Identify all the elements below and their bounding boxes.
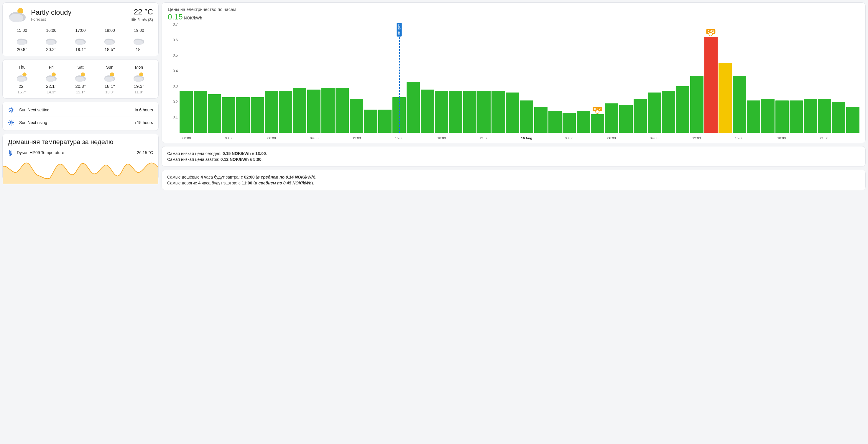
partly-cloudy-icon [8, 7, 27, 23]
sun-card[interactable]: Sun Next setting In 6 hours Sun Next ris… [2, 102, 159, 131]
cloudy-icon [104, 35, 116, 45]
sun-setting-row[interactable]: Sun Next setting In 6 hours [8, 104, 153, 116]
price-bar [520, 100, 533, 133]
current-price-value: 0.15 [168, 12, 183, 22]
day-hi: 18.1° [96, 84, 124, 89]
price-bar [818, 99, 831, 133]
price-bar [747, 100, 760, 133]
daily-forecast-cell[interactable]: Sun 18.1° 13.3° [96, 65, 124, 94]
hourly-forecast-cell[interactable]: 16:00 20.2° [37, 28, 65, 52]
daily-forecast-cell[interactable]: Fri 22.1° 14.3° [37, 65, 65, 94]
home-temp-card[interactable]: Домашняя температура за неделю Dyson HP0… [2, 134, 159, 180]
day-hi: 22.1° [37, 84, 65, 89]
home-temp-title: Домашняя температура за неделю [8, 138, 153, 146]
price-bar [435, 91, 448, 133]
price-bar [718, 63, 732, 133]
partly-cloudy-icon [104, 72, 116, 82]
price-bar [591, 114, 604, 133]
current-price-unit: NOK/kWh [184, 15, 202, 20]
svg-point-9 [46, 40, 55, 45]
cloudy-icon [16, 35, 28, 45]
weather-subtitle: Forecast [31, 17, 71, 22]
hourly-forecast-cell[interactable]: 17:00 19.1° [66, 28, 94, 52]
price-bar [265, 91, 278, 133]
thermometer-icon [8, 149, 13, 156]
sun-setting-label: Sun Next setting [19, 107, 50, 112]
svg-point-3 [9, 14, 23, 22]
hour-temp: 20.8° [8, 47, 36, 52]
cloudy-icon [45, 35, 57, 45]
price-bar [648, 93, 661, 133]
price-bar [463, 91, 476, 133]
now-marker-line [399, 23, 400, 133]
hourly-forecast-cell[interactable]: 15:00 20.8° [8, 28, 36, 52]
wind-icon [131, 17, 136, 22]
home-temp-sparkline [3, 158, 158, 184]
price-bar [307, 90, 320, 133]
daily-forecast-cell[interactable]: Mon 19.3° 11.8° [125, 65, 153, 94]
price-bar [279, 91, 292, 133]
price-chart-card[interactable]: Цены на электричество по часам 0.15 NOK/… [162, 2, 866, 143]
hour-label: 15:00 [8, 28, 36, 33]
price-bar [789, 100, 803, 133]
price-summary-periods-card[interactable]: Самые дешёвые 4 часа будут завтра: с 02:… [162, 170, 866, 190]
day-hi: 19.3° [125, 84, 153, 89]
svg-point-26 [46, 77, 55, 82]
day-label: Fri [37, 65, 65, 70]
price-callout: 0.12 [593, 107, 602, 111]
partly-cloudy-icon [45, 72, 57, 82]
weather-daily-card[interactable]: Thu 22° 16.7°Fri 22.1° 14.3°Sat 20.3° 12… [2, 59, 159, 99]
expensive-hours-line: Самые дорогие 4 часа будут завтра: с 11:… [167, 180, 860, 186]
chart-y-axis: 0.10.20.30.40.50.60.7 [168, 23, 180, 141]
day-label: Thu [8, 65, 36, 70]
price-bar [506, 93, 519, 133]
hour-label: 18:00 [96, 28, 124, 33]
svg-point-34 [104, 77, 114, 82]
price-bar [194, 91, 207, 133]
price-summary-today-card[interactable]: Самая низкая цена сегодня: 0.15 NOK/kWh … [162, 146, 866, 167]
price-bar [690, 76, 704, 133]
cloudy-icon [74, 35, 86, 45]
partly-cloudy-icon [16, 72, 28, 82]
price-bar [350, 99, 363, 133]
day-label: Sat [66, 65, 94, 70]
chart-plot: 00:0003:0006:0009:0012:0015:0018:0021:00… [180, 23, 860, 141]
now-marker-label: Сейчас [397, 23, 402, 37]
home-temp-sensor-label: Dyson HP09 Temperature [17, 150, 64, 155]
hour-temp: 18° [125, 47, 153, 52]
price-bar [761, 99, 774, 133]
sun-rising-row[interactable]: Sun Next rising In 15 hours [8, 116, 153, 129]
sun-rising-value: In 15 hours [132, 120, 153, 125]
svg-point-18 [133, 40, 143, 45]
price-bar [605, 103, 618, 133]
sun-rising-label: Sun Next rising [19, 120, 47, 125]
price-bar [733, 76, 746, 133]
price-bar [676, 86, 689, 133]
price-bar [378, 110, 392, 133]
price-bar [208, 94, 221, 133]
svg-point-12 [75, 40, 85, 45]
price-bar [633, 99, 647, 133]
price-bar [180, 91, 193, 133]
cloudy-icon [133, 35, 145, 45]
hourly-forecast-cell[interactable]: 18:00 18.5° [96, 28, 124, 52]
sun-setting-value: In 6 hours [135, 107, 153, 112]
hour-temp: 19.1° [66, 47, 94, 52]
price-bar [619, 105, 632, 133]
svg-point-22 [17, 77, 26, 82]
daily-forecast-cell[interactable]: Sat 20.3° 12.1° [66, 65, 94, 94]
price-bar [364, 110, 377, 133]
price-bar [293, 88, 306, 133]
cheapest-hours-line: Самые дешёвые 4 часа будут завтра: с 02:… [167, 174, 860, 180]
partly-cloudy-icon [74, 72, 86, 82]
svg-point-39 [10, 108, 12, 111]
price-bar [563, 113, 576, 133]
home-temp-sensor-value: 26.15 °C [137, 150, 153, 155]
daily-forecast-cell[interactable]: Thu 22° 16.7° [8, 65, 36, 94]
hour-temp: 20.2° [37, 47, 65, 52]
hourly-forecast-cell[interactable]: 19:00 18° [125, 28, 153, 52]
weather-current-card[interactable]: Partly cloudy Forecast 22 °C 5 m/s (S) 1… [2, 2, 159, 56]
svg-point-30 [75, 77, 85, 82]
day-lo: 14.3° [37, 90, 65, 94]
sunrise-icon [8, 119, 14, 126]
